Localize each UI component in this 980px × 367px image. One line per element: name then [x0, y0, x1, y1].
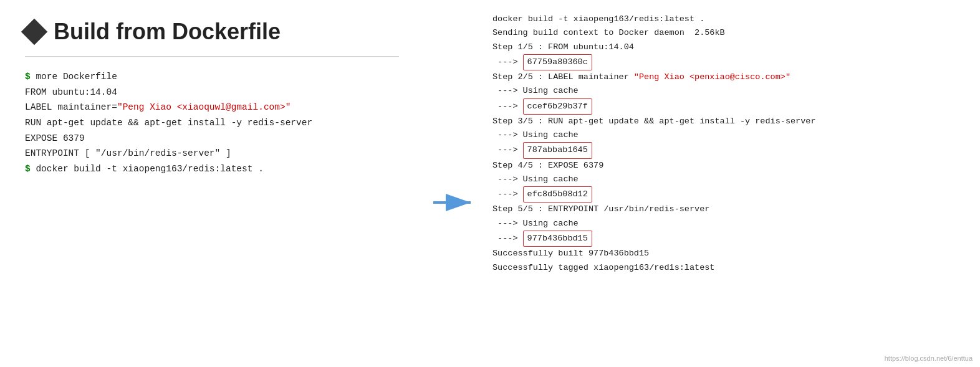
- right-arrow-icon: [430, 187, 480, 218]
- output-line-3: Step 1/5 : FROM ubuntu:14.04: [492, 41, 961, 54]
- dockerfile-code: $ more Dockerfile FROM ubuntu:14.04 LABE…: [25, 69, 399, 176]
- code-line-2: FROM ubuntu:14.04: [25, 85, 399, 100]
- code-line-7: $ docker build -t xiaopeng163/redis:late…: [25, 161, 399, 177]
- code-line-6: ENTRYPOINT [ "/usr/bin/redis-server" ]: [25, 146, 399, 161]
- dollar-sign-2: $: [25, 164, 31, 174]
- output-line-12: ---> Using cache: [492, 173, 961, 186]
- watermark: https://blog.csdn.net/6/enttua: [885, 355, 973, 362]
- code-line-5: EXPOSE 6379: [25, 131, 399, 146]
- dollar-sign-1: $: [25, 72, 31, 82]
- build-output: docker build -t xiaopeng163/redis:latest…: [492, 12, 961, 275]
- output-line-15: ---> Using cache: [492, 217, 961, 231]
- output-line-7: ---> ccef6b29b37f: [492, 98, 961, 115]
- output-line-18: Successfully tagged xiaopeng163/redis:la…: [492, 261, 961, 275]
- code-line-4: RUN apt-get update && apt-get install -y…: [25, 115, 399, 131]
- output-line-14: Step 5/5 : ENTRYPOINT /usr/bin/redis-ser…: [492, 203, 961, 216]
- hash-box-1: 67759a80360c: [523, 54, 592, 70]
- output-line-5: Step 2/5 : LABEL maintainer "Peng Xiao <…: [492, 70, 961, 84]
- hash-box-3: 787abbab1645: [523, 142, 592, 158]
- output-line-11: Step 4/5 : EXPOSE 6379: [492, 159, 961, 173]
- code-line-1: $ more Dockerfile: [25, 69, 399, 85]
- diamond-icon: [21, 19, 47, 45]
- label-value: "Peng Xiao <xiaoquwl@gmail.com>": [117, 102, 291, 112]
- output-line-10: ---> 787abbab1645: [492, 142, 961, 158]
- output-line-13: ---> efc8d5b08d12: [492, 186, 961, 203]
- output-line-6: ---> Using cache: [492, 84, 961, 98]
- output-line-8: Step 3/5 : RUN apt-get update && apt-get…: [492, 115, 961, 128]
- right-panel: docker build -t xiaopeng163/redis:latest…: [486, 0, 980, 367]
- title-section: Build from Dockerfile: [25, 19, 399, 57]
- label-red-value: "Peng Xiao <penxiao@cisco.com>": [634, 72, 790, 82]
- output-line-16: ---> 977b436bbd15: [492, 231, 961, 247]
- output-line-1: docker build -t xiaopeng163/redis:latest…: [492, 12, 961, 26]
- output-line-17: Successfully built 977b436bbd15: [492, 247, 961, 260]
- left-panel: Build from Dockerfile $ more Dockerfile …: [0, 0, 424, 367]
- output-line-2: Sending build context to Docker daemon 2…: [492, 26, 961, 40]
- arrow-section: [424, 0, 486, 367]
- output-line-4: ---> 67759a80360c: [492, 54, 961, 70]
- hash-box-4: efc8d5b08d12: [523, 186, 592, 203]
- code-line-3: LABEL maintainer="Peng Xiao <xiaoquwl@gm…: [25, 100, 399, 115]
- page-title: Build from Dockerfile: [54, 19, 281, 45]
- hash-box-2: ccef6b29b37f: [523, 98, 592, 115]
- hash-box-5: 977b436bbd15: [523, 231, 592, 247]
- output-line-9: ---> Using cache: [492, 128, 961, 142]
